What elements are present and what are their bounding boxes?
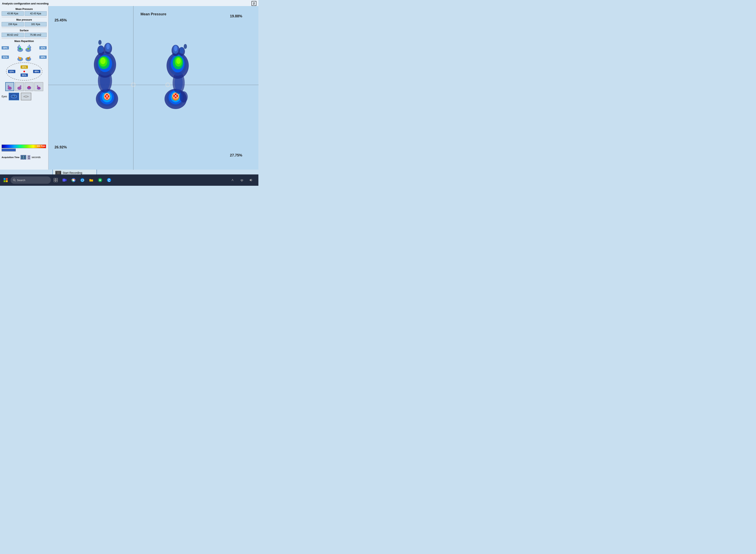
svg-point-11 xyxy=(19,57,21,60)
taskbar-search[interactable]: Search xyxy=(10,176,51,184)
svg-point-12 xyxy=(18,57,19,58)
color-scale: 150 Kpa xyxy=(2,145,46,152)
film-strip-icon xyxy=(21,156,25,159)
thumb-3[interactable] xyxy=(24,82,34,91)
ellipse-left-pct: 52% xyxy=(8,70,15,73)
volume-icon-button[interactable] xyxy=(247,176,255,184)
edge-icon xyxy=(80,178,84,182)
video-camera-icon xyxy=(62,178,67,182)
network-icon-button[interactable] xyxy=(238,176,246,184)
surface-header: Surface xyxy=(2,29,47,32)
svg-point-4 xyxy=(19,48,21,50)
eye-open-button[interactable] xyxy=(9,93,19,100)
taskbar-search-label: Search xyxy=(17,179,25,182)
svg-point-106 xyxy=(73,179,74,181)
pct-top-right: 19.88% xyxy=(230,14,242,18)
chrome-icon xyxy=(71,178,76,182)
acquisition-spinner[interactable]: ▲ ▼ xyxy=(27,155,30,160)
ellipse-inner: 52% 45% 55% 48% xyxy=(6,67,42,76)
svg-point-90 xyxy=(180,47,184,54)
svg-point-88 xyxy=(174,46,177,51)
max-pressure-left: 156 Kpa xyxy=(2,22,24,26)
thumb-2[interactable] xyxy=(15,82,24,91)
acquisition-section: Acquisition Time ▲ ▼ seconds xyxy=(2,155,41,160)
svg-point-3 xyxy=(18,45,20,46)
volume-icon xyxy=(249,178,253,182)
svg-rect-32 xyxy=(22,156,22,157)
s-icon xyxy=(107,178,111,182)
svg-point-60 xyxy=(100,58,106,64)
foot-icons-bottom xyxy=(16,53,32,62)
svg-rect-94 xyxy=(4,180,5,182)
scale-label: 150 Kpa xyxy=(37,145,45,147)
svg-marker-112 xyxy=(250,179,251,181)
mean-pressure-header: Mean Pressure xyxy=(2,8,47,10)
window-number: 2 xyxy=(251,1,256,6)
m-app-button[interactable]: M xyxy=(96,176,104,184)
mean-pressure-right: 42.43 Kpa xyxy=(24,11,47,16)
ellipse-center: 45% 55% xyxy=(20,67,28,76)
foot-icon-right-bottom xyxy=(24,53,32,62)
start-recording-label: Start Recording xyxy=(63,171,82,174)
svg-line-97 xyxy=(15,181,16,181)
svg-point-26 xyxy=(38,87,39,88)
m-icon: M xyxy=(98,178,102,182)
surface-right: 75.98 cm2 xyxy=(24,33,47,37)
pct-top-left: 25.45% xyxy=(55,18,67,22)
ellipse-right-pct: 48% xyxy=(33,70,40,73)
thumb-1[interactable] xyxy=(5,82,14,91)
svg-rect-92 xyxy=(4,178,5,180)
svg-point-6 xyxy=(29,46,31,49)
scale-bar-secondary xyxy=(2,149,16,152)
svg-rect-101 xyxy=(56,180,58,182)
svg-point-7 xyxy=(27,46,29,48)
folder-icon xyxy=(89,178,94,182)
svg-point-66 xyxy=(98,40,102,45)
svg-point-62 xyxy=(99,46,103,53)
taskbar-search-icon xyxy=(13,179,16,181)
svg-text:M: M xyxy=(99,179,101,182)
svg-point-21 xyxy=(19,87,20,88)
svg-point-17 xyxy=(8,85,9,87)
acquisition-unit: seconds xyxy=(32,156,41,159)
svg-point-91 xyxy=(184,44,187,49)
svg-rect-36 xyxy=(22,156,24,159)
spin-down[interactable]: ▼ xyxy=(27,158,30,160)
canvas-title: Mean Pressure xyxy=(140,12,166,16)
right-foot-heatmap xyxy=(156,22,196,115)
acquisition-icon xyxy=(20,155,26,160)
file-explorer-button[interactable] xyxy=(87,176,95,184)
svg-point-18 xyxy=(9,87,10,88)
max-pressure-right: 181 Kpa xyxy=(24,22,47,26)
svg-rect-98 xyxy=(54,178,56,180)
acquisition-label: Acquisition Time xyxy=(2,156,19,159)
spin-up[interactable]: ▲ xyxy=(27,155,30,157)
svg-marker-103 xyxy=(65,179,67,181)
ellipse-container: 52% 45% 55% 48% xyxy=(6,62,42,80)
main-canvas: Mean Pressure 25.45% 19.88% 26.92% 27.75… xyxy=(49,6,258,170)
mean-pressure-left: 43.96 Kpa xyxy=(2,11,24,16)
pct-bottom-left: 26.92% xyxy=(55,145,67,150)
crosshair-vertical xyxy=(133,6,133,170)
max-pressure-header: Max pressure xyxy=(2,18,47,21)
app-title: Analysis configuration and recording xyxy=(2,2,49,5)
app-s-button[interactable] xyxy=(105,176,113,184)
foot-icon-left-bottom xyxy=(16,53,24,62)
eye-closed-icon xyxy=(22,94,30,99)
chrome-button[interactable] xyxy=(69,176,77,184)
video-call-icon-button[interactable] xyxy=(61,176,69,184)
thumb-foot-1 xyxy=(6,83,13,90)
svg-point-65 xyxy=(106,44,110,49)
edge-button[interactable] xyxy=(78,176,86,184)
left-panel: Mean Pressure 43.96 Kpa 42.43 Kpa Max pr… xyxy=(0,6,49,170)
svg-point-96 xyxy=(13,179,15,181)
bottom-right-pct: 58% xyxy=(39,56,47,59)
task-view-button[interactable] xyxy=(52,176,60,184)
system-tray-chevron[interactable] xyxy=(229,176,237,184)
windows-start-button[interactable] xyxy=(2,176,10,184)
foot-row-top: 49% 42% xyxy=(2,43,47,52)
thumb-4[interactable] xyxy=(34,82,43,91)
svg-rect-95 xyxy=(6,180,8,182)
svg-point-8 xyxy=(29,45,30,46)
eye-closed-button[interactable] xyxy=(21,93,31,100)
